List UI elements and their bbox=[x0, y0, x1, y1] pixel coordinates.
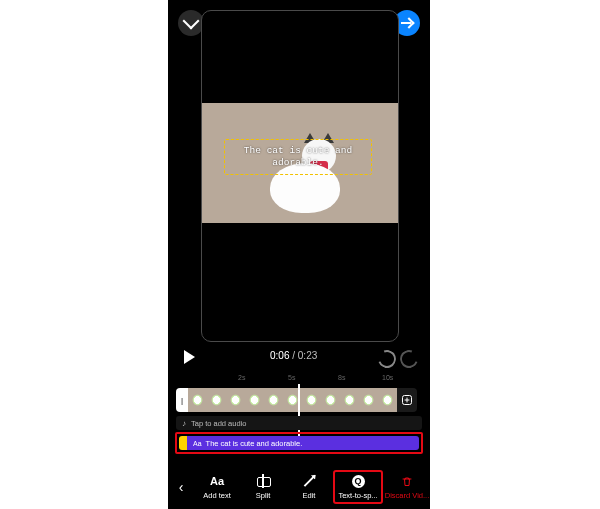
tool-label: Discard Vid... bbox=[385, 491, 429, 500]
current-time: 0:06 bbox=[270, 350, 289, 361]
tool-label: Split bbox=[256, 491, 271, 500]
pencil-icon bbox=[304, 476, 315, 487]
bottom-toolbar: ‹ Aa Add text Split Edit Q Text-to-sp... bbox=[168, 465, 430, 509]
split-button[interactable]: Split bbox=[240, 474, 286, 500]
tool-label: Edit bbox=[303, 491, 316, 500]
caption-overlay-text: The cat is cute and adorable. bbox=[244, 145, 352, 169]
text-to-speech-icon: Q bbox=[352, 475, 365, 488]
time-display: 0:06 / 0:23 bbox=[270, 350, 317, 361]
thumbnail[interactable] bbox=[264, 388, 283, 412]
video-editor-screen: The cat is cute and adorable. 0:06 / 0:2… bbox=[168, 0, 430, 509]
caption-track-highlight: Aa The cat is cute and adorable. bbox=[175, 432, 423, 454]
discard-video-button[interactable]: Discard Vid... bbox=[384, 474, 430, 500]
ruler-mark: 5s bbox=[288, 374, 295, 381]
thumbnail[interactable] bbox=[302, 388, 321, 412]
transport-bar: 0:06 / 0:23 bbox=[168, 348, 430, 368]
thumbnail[interactable] bbox=[321, 388, 340, 412]
redo-button[interactable] bbox=[397, 347, 421, 371]
tool-label: Add text bbox=[203, 491, 231, 500]
total-time: 0:23 bbox=[298, 350, 317, 361]
ruler-mark: 10s bbox=[382, 374, 393, 381]
trash-icon bbox=[401, 474, 413, 488]
caption-overlay[interactable]: The cat is cute and adorable. bbox=[224, 139, 372, 175]
text-to-speech-button[interactable]: Q Text-to-sp... bbox=[333, 470, 383, 504]
split-icon bbox=[257, 474, 269, 488]
chevron-down-icon bbox=[183, 13, 200, 30]
undo-button[interactable] bbox=[375, 347, 399, 371]
thumbnail[interactable] bbox=[226, 388, 245, 412]
add-clip-button[interactable] bbox=[397, 388, 417, 412]
clip-start-handle[interactable]: | bbox=[176, 388, 188, 412]
add-text-button[interactable]: Aa Add text bbox=[194, 474, 240, 500]
caption-clip-text: The cat is cute and adorable. bbox=[206, 439, 303, 448]
thumbnail[interactable] bbox=[359, 388, 378, 412]
music-note-icon: ♪ bbox=[182, 419, 186, 428]
audio-track-label: Tap to add audio bbox=[191, 419, 246, 428]
text-icon: Aa bbox=[210, 474, 224, 488]
text-type-icon: Aa bbox=[193, 440, 202, 447]
video-preview[interactable]: The cat is cute and adorable. bbox=[201, 10, 399, 342]
ruler-mark: 2s bbox=[238, 374, 245, 381]
thumbnail[interactable] bbox=[340, 388, 359, 412]
chevron-left-icon: ‹ bbox=[179, 479, 184, 495]
ruler-mark: 8s bbox=[338, 374, 345, 381]
thumbnail[interactable] bbox=[245, 388, 264, 412]
caption-clip-start-handle[interactable] bbox=[179, 436, 187, 450]
add-clip-icon bbox=[401, 394, 413, 406]
thumbnail[interactable] bbox=[188, 388, 207, 412]
thumbnail[interactable] bbox=[378, 388, 397, 412]
arrow-right-icon bbox=[401, 17, 413, 29]
tool-label: Text-to-sp... bbox=[338, 491, 377, 500]
caption-clip[interactable]: Aa The cat is cute and adorable. bbox=[187, 436, 419, 450]
back-button[interactable]: ‹ bbox=[168, 479, 194, 495]
play-button[interactable] bbox=[184, 350, 195, 364]
audio-track[interactable]: ♪ Tap to add audio bbox=[176, 416, 422, 430]
edit-button[interactable]: Edit bbox=[286, 474, 332, 500]
thumbnail[interactable] bbox=[207, 388, 226, 412]
